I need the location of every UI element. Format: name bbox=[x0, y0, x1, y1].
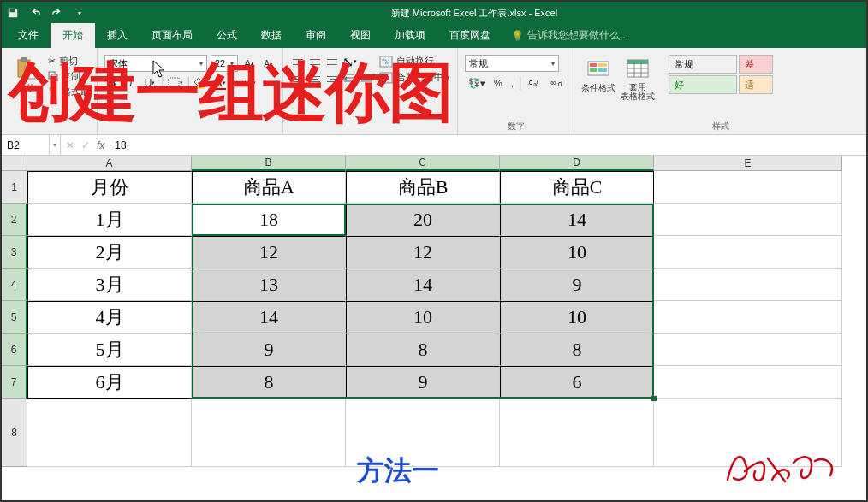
styles-group-label: 样式 bbox=[669, 119, 773, 134]
select-all-corner[interactable] bbox=[2, 156, 27, 171]
col-header-a[interactable]: A bbox=[27, 156, 192, 171]
style-neutral[interactable]: 适 bbox=[739, 75, 773, 94]
cell-c1[interactable]: 商品B bbox=[346, 171, 500, 204]
row-header-4[interactable]: 4 bbox=[2, 269, 27, 301]
name-box-expand[interactable]: ▾ bbox=[50, 135, 61, 155]
conditional-format-button[interactable]: 条件格式 bbox=[581, 51, 615, 94]
cell-c2[interactable]: 20 bbox=[346, 204, 500, 236]
cell-c5[interactable]: 10 bbox=[346, 301, 500, 334]
cell-a6[interactable]: 5月 bbox=[27, 334, 192, 366]
row-header-6[interactable]: 6 bbox=[2, 334, 27, 366]
cell-e1[interactable] bbox=[654, 171, 842, 204]
cell-b2[interactable]: 18 bbox=[192, 204, 346, 236]
comma-button[interactable]: , bbox=[508, 75, 517, 91]
cell-a2[interactable]: 1月 bbox=[27, 204, 192, 236]
accounting-format-button[interactable]: 💱▾ bbox=[465, 75, 489, 91]
tab-formulas[interactable]: 公式 bbox=[205, 23, 249, 48]
col-header-b[interactable]: B bbox=[192, 156, 346, 171]
cell-d8[interactable] bbox=[500, 399, 654, 467]
row-header-3[interactable]: 3 bbox=[2, 236, 27, 269]
cell-b7[interactable]: 8 bbox=[192, 366, 346, 399]
cell-a7[interactable]: 6月 bbox=[27, 366, 192, 399]
row-header-2[interactable]: 2 bbox=[2, 204, 27, 236]
svg-rect-19 bbox=[598, 68, 607, 72]
cell-e5[interactable] bbox=[654, 301, 842, 334]
cell-b8[interactable] bbox=[192, 399, 346, 467]
tab-insert[interactable]: 插入 bbox=[95, 23, 140, 48]
style-normal[interactable]: 常规 bbox=[669, 55, 737, 74]
col-header-e[interactable]: E bbox=[654, 156, 842, 171]
cell-d7[interactable]: 6 bbox=[500, 366, 654, 399]
row-header-8[interactable]: 8 bbox=[2, 399, 27, 467]
percent-button[interactable]: % bbox=[490, 75, 506, 91]
cell-a4[interactable]: 3月 bbox=[27, 269, 192, 301]
tab-layout[interactable]: 页面布局 bbox=[140, 23, 205, 48]
placeholder bbox=[581, 121, 655, 134]
tell-me[interactable]: 💡 告诉我您想要做什么... bbox=[502, 23, 637, 48]
cell-d4[interactable]: 9 bbox=[500, 269, 654, 301]
worksheet-grid[interactable]: A B C D E 1 月份 商品A 商品B 商品C 2 1月 18 20 14… bbox=[2, 156, 866, 500]
cell-a8[interactable] bbox=[27, 399, 192, 467]
col-header-c[interactable]: C bbox=[346, 156, 500, 171]
cell-b5[interactable]: 14 bbox=[192, 301, 346, 334]
cell-e2[interactable] bbox=[654, 204, 842, 236]
annotation-method: 方法一 bbox=[357, 452, 439, 490]
tab-addins[interactable]: 加载项 bbox=[383, 23, 437, 48]
cell-e6[interactable] bbox=[654, 334, 842, 366]
tab-data[interactable]: 数据 bbox=[249, 23, 294, 48]
cancel-icon[interactable]: ✕ bbox=[66, 139, 74, 151]
table-format-icon bbox=[626, 56, 650, 80]
tab-view[interactable]: 视图 bbox=[338, 23, 383, 48]
cell-a5[interactable]: 4月 bbox=[27, 301, 192, 334]
formula-input[interactable]: 18 bbox=[110, 139, 866, 151]
svg-rect-17 bbox=[590, 68, 597, 72]
redo-icon[interactable] bbox=[51, 6, 64, 20]
group-cond-format: 条件格式 套用 表格格式 bbox=[574, 48, 662, 134]
cell-a1[interactable]: 月份 bbox=[27, 171, 192, 204]
tab-baidu[interactable]: 百度网盘 bbox=[437, 23, 502, 48]
row-header-5[interactable]: 5 bbox=[2, 301, 27, 334]
style-bad[interactable]: 差 bbox=[739, 55, 773, 74]
cell-a3[interactable]: 2月 bbox=[27, 236, 192, 269]
cell-d5[interactable]: 10 bbox=[500, 301, 654, 334]
qat-dropdown-icon[interactable]: ▾ bbox=[73, 6, 86, 20]
col-header-d[interactable]: D bbox=[500, 156, 654, 171]
decrease-decimal-button[interactable]: .00.0 bbox=[546, 75, 567, 91]
overlay-title: 创建一组迷你图 bbox=[9, 60, 452, 125]
cell-e7[interactable] bbox=[654, 366, 842, 399]
number-format-combo[interactable]: 常规▾ bbox=[465, 55, 559, 72]
tab-file[interactable]: 文件 bbox=[6, 23, 51, 48]
undo-icon[interactable] bbox=[28, 6, 42, 20]
formula-value: 18 bbox=[115, 139, 126, 151]
cell-b1[interactable]: 商品A bbox=[192, 171, 346, 204]
style-good[interactable]: 好 bbox=[669, 75, 737, 94]
tab-home[interactable]: 开始 bbox=[51, 23, 95, 48]
row-header-7[interactable]: 7 bbox=[2, 366, 27, 399]
svg-text:.00: .00 bbox=[550, 80, 556, 86]
fill-handle[interactable] bbox=[651, 396, 657, 401]
window-title: 新建 Microsoft Excel 工作表.xlsx - Excel bbox=[86, 7, 862, 20]
cell-c7[interactable]: 9 bbox=[346, 366, 500, 399]
cell-d1[interactable]: 商品C bbox=[500, 171, 654, 204]
cell-c4[interactable]: 14 bbox=[346, 269, 500, 301]
confirm-icon[interactable]: ✓ bbox=[81, 139, 90, 151]
row-header-1[interactable]: 1 bbox=[2, 171, 27, 204]
tell-me-label: 告诉我您想要做什么... bbox=[527, 28, 628, 43]
cell-d6[interactable]: 8 bbox=[500, 334, 654, 366]
cell-e3[interactable] bbox=[654, 236, 842, 269]
cond-format-icon bbox=[586, 56, 610, 80]
format-as-table-button[interactable]: 套用 表格格式 bbox=[621, 51, 655, 101]
increase-decimal-button[interactable]: .0.00 bbox=[524, 75, 544, 91]
tab-review[interactable]: 审阅 bbox=[294, 23, 338, 48]
cell-d2[interactable]: 14 bbox=[500, 204, 654, 236]
cell-c6[interactable]: 8 bbox=[346, 334, 500, 366]
name-box[interactable]: B2 bbox=[2, 135, 50, 155]
cell-b4[interactable]: 13 bbox=[192, 269, 346, 301]
cell-d3[interactable]: 10 bbox=[500, 236, 654, 269]
cell-c3[interactable]: 12 bbox=[346, 236, 500, 269]
cell-b3[interactable]: 12 bbox=[192, 236, 346, 269]
save-icon[interactable] bbox=[6, 6, 20, 20]
cell-b6[interactable]: 9 bbox=[192, 334, 346, 366]
fx-icon[interactable]: fx bbox=[97, 139, 104, 151]
cell-e4[interactable] bbox=[654, 269, 842, 301]
